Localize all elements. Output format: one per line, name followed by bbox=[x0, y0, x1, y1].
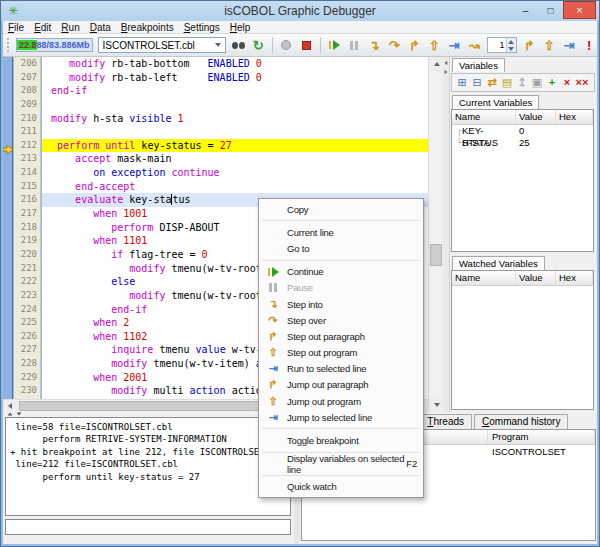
jump-out-paragraph-icon[interactable]: ↱ bbox=[522, 37, 537, 53]
tab-command-history[interactable]: Command history bbox=[474, 414, 568, 429]
column-hex[interactable]: Hex bbox=[556, 110, 593, 124]
menu-jump-to-selected-line[interactable]: ⇥Jump to selected line bbox=[259, 409, 423, 425]
stop-icon[interactable] bbox=[279, 37, 294, 53]
menu-breakpoints[interactable]: Breakpoints bbox=[116, 21, 179, 34]
console-input[interactable] bbox=[5, 519, 291, 535]
code-line[interactable] bbox=[42, 125, 428, 139]
jump-out-program-icon[interactable]: ⇧ bbox=[542, 37, 557, 53]
minimize-button[interactable]: – bbox=[513, 1, 538, 19]
code-line[interactable] bbox=[42, 98, 428, 112]
menu-step-over[interactable]: ↷Step over bbox=[259, 312, 423, 328]
variable-value: 0 bbox=[516, 125, 556, 137]
error-icon[interactable]: ! bbox=[582, 37, 597, 53]
tree-connector: ┌ bbox=[452, 125, 462, 137]
step-out-program-icon[interactable]: ⇧ bbox=[427, 37, 442, 53]
code-line[interactable]: modify h-sta visible 1 bbox=[42, 112, 428, 126]
monitor-variable-icon[interactable]: ▣ bbox=[530, 75, 544, 90]
menu-display-variables[interactable]: Display variables on selected lineF2 bbox=[259, 456, 423, 472]
vertical-scroll-thumb[interactable] bbox=[430, 244, 442, 266]
window-title: isCOBOL Graphic Debugger bbox=[1, 4, 599, 18]
column-value[interactable]: Value bbox=[516, 271, 556, 285]
step-over-icon[interactable]: ↷ bbox=[387, 37, 402, 53]
line-number: 211 bbox=[14, 125, 40, 139]
find-icon[interactable] bbox=[231, 37, 246, 53]
close-button[interactable]: × bbox=[563, 1, 596, 19]
save-variables-icon[interactable]: ▤ bbox=[500, 75, 514, 90]
collapse-all-icon[interactable]: ⊟ bbox=[470, 75, 484, 90]
line-spinner-buttons[interactable] bbox=[506, 38, 516, 52]
menu-data[interactable]: Data bbox=[85, 21, 116, 34]
menu-run[interactable]: Run bbox=[56, 21, 84, 34]
run-to-line-icon[interactable]: ⇥ bbox=[447, 37, 462, 53]
step-into-icon[interactable]: ↴ bbox=[367, 37, 382, 53]
tab-current-variables[interactable]: Current Variables bbox=[452, 95, 539, 109]
menu-settings[interactable]: Settings bbox=[179, 21, 225, 34]
tab-watched-variables[interactable]: Watched Variables bbox=[452, 256, 545, 270]
code-line[interactable]: perform until key-status = 27 bbox=[42, 139, 428, 153]
breakpoint-margin[interactable] bbox=[3, 57, 13, 399]
code-line[interactable]: accept mask-main bbox=[42, 152, 428, 166]
tab-threads[interactable]: Threads bbox=[419, 414, 472, 429]
column-value[interactable]: Value bbox=[516, 110, 556, 124]
line-spinner[interactable]: 1 bbox=[487, 37, 517, 53]
menu-copy[interactable]: Copy bbox=[259, 201, 423, 217]
tab-variables[interactable]: Variables bbox=[452, 58, 505, 72]
scroll-left-button[interactable] bbox=[3, 400, 17, 412]
variable-row[interactable]: ┌KEY-STATUS0 bbox=[452, 125, 593, 137]
menu-toggle-breakpoint[interactable]: Toggle breakpoint bbox=[259, 432, 423, 448]
refresh-variables-icon[interactable]: ⇄ bbox=[485, 75, 499, 90]
menu-item-label: Display variables on selected line bbox=[287, 453, 406, 475]
menu-separator bbox=[262, 475, 420, 476]
continue-icon bbox=[265, 267, 281, 277]
menu-continue[interactable]: Continue bbox=[259, 264, 423, 280]
pause-icon[interactable] bbox=[347, 37, 362, 53]
column-name[interactable]: Name bbox=[452, 110, 516, 124]
add-watch-icon[interactable]: + bbox=[545, 75, 559, 90]
horizontal-scroll-thumb[interactable] bbox=[19, 401, 295, 411]
jump-to-line-icon[interactable]: ⇥ bbox=[562, 37, 577, 53]
menu-step-out-program[interactable]: ⇧Step out program bbox=[259, 345, 423, 361]
file-selector[interactable]: ISCONTROLSET.cbl bbox=[98, 37, 226, 53]
menu-jump-out-program[interactable]: ⇧Jump out program bbox=[259, 393, 423, 409]
menu-item-label: Jump out program bbox=[287, 396, 361, 407]
code-line[interactable]: modify rb-tab-left ENABLED 0 bbox=[42, 71, 428, 85]
menu-item-label: Go to bbox=[287, 243, 309, 254]
spinner-down-icon[interactable] bbox=[508, 47, 514, 51]
code-line[interactable]: end-if bbox=[42, 84, 428, 98]
step-out-paragraph-icon: ↱ bbox=[265, 331, 281, 342]
menu-file[interactable]: File bbox=[3, 21, 29, 34]
menu-quick-watch[interactable]: Quick watch bbox=[259, 479, 423, 495]
variable-row[interactable]: └H-STA25 bbox=[452, 137, 593, 149]
maximize-button[interactable]: □ bbox=[538, 1, 563, 19]
menu-step-into[interactable]: ↴Step into bbox=[259, 296, 423, 312]
column-name[interactable]: Name bbox=[452, 271, 516, 285]
load-variables-icon[interactable]: ↥ bbox=[515, 75, 529, 90]
console-splitter-handle[interactable] bbox=[7, 412, 22, 416]
menu-help[interactable]: Help bbox=[225, 21, 256, 34]
scroll-up-button[interactable] bbox=[429, 57, 444, 71]
kill-icon[interactable] bbox=[299, 37, 314, 53]
menu-run-to-selected-line[interactable]: ⇥Run to selected line bbox=[259, 361, 423, 377]
menu-edit[interactable]: Edit bbox=[29, 21, 56, 34]
menu-item-label: Continue bbox=[287, 266, 323, 277]
line-number: 209 bbox=[14, 98, 40, 112]
spinner-up-icon[interactable] bbox=[508, 40, 514, 44]
auto-step-icon[interactable]: ↝ bbox=[467, 37, 482, 53]
column-program[interactable]: Program bbox=[488, 430, 595, 444]
editor-vertical-scrollbar[interactable] bbox=[428, 57, 443, 412]
menu-step-out-paragraph[interactable]: ↱Step out paragraph bbox=[259, 328, 423, 344]
menu-current-line[interactable]: Current line bbox=[259, 224, 423, 240]
menu-go-to[interactable]: Go to bbox=[259, 240, 423, 256]
code-line[interactable]: modify rb-tab-bottom ENABLED 0 bbox=[42, 57, 428, 71]
code-line[interactable]: end-accept bbox=[42, 180, 428, 194]
code-line[interactable]: on exception continue bbox=[42, 166, 428, 180]
remove-watch-icon[interactable]: × bbox=[560, 75, 574, 90]
continue-icon[interactable] bbox=[327, 37, 342, 53]
column-hex[interactable]: Hex bbox=[556, 271, 593, 285]
remove-all-watches-icon[interactable]: ×× bbox=[575, 75, 589, 90]
expand-all-icon[interactable]: ⊞ bbox=[455, 75, 469, 90]
step-out-paragraph-icon[interactable]: ↱ bbox=[407, 37, 422, 53]
reload-icon[interactable]: ↻ bbox=[251, 37, 266, 53]
menu-jump-out-paragraph[interactable]: ↱Jump out paragraph bbox=[259, 377, 423, 393]
scroll-down-button[interactable] bbox=[429, 398, 444, 412]
